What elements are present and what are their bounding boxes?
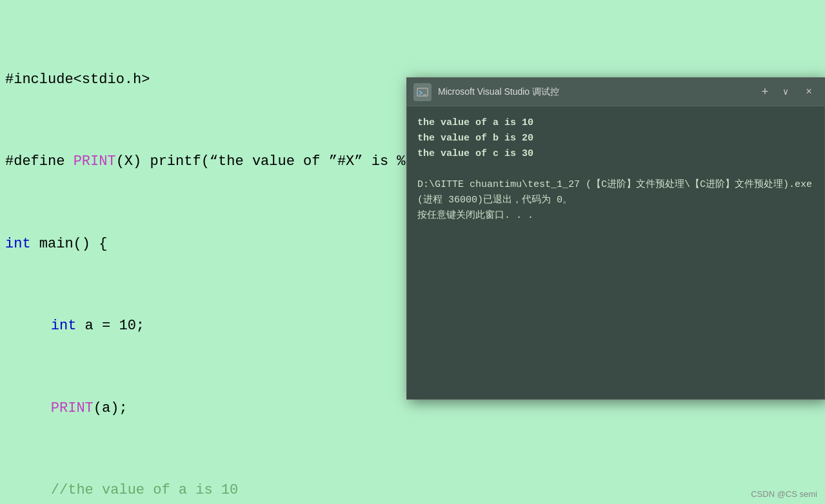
terminal-output-line-6: 按任意键关闭此窗口. . . (417, 208, 814, 224)
code-text: PRINT(a); (17, 398, 128, 419)
code-text: #define (5, 151, 74, 172)
watermark: CSDN @CS semi (751, 489, 817, 499)
terminal-window: Microsoft Visual Studio 调试控 + ∨ × the va… (406, 77, 825, 400)
terminal-app-icon (413, 83, 432, 101)
terminal-title: Microsoft Visual Studio 调试控 (438, 86, 756, 98)
code-text: #include<stdio.h> (5, 70, 150, 90)
terminal-add-button[interactable]: + (756, 83, 774, 101)
terminal-output: the value of a is 10 the value of b is 2… (407, 106, 824, 399)
terminal-chevron-button[interactable]: ∨ (777, 83, 795, 101)
terminal-output-line-5: D:\GITTE chuantimu\test_1_27 (【C进阶】文件预处理… (417, 177, 814, 208)
code-text: main() { (31, 234, 108, 255)
code-line-6: //the value of a is 10 (5, 480, 820, 501)
terminal-output-line-3: the value of c is 30 (417, 146, 814, 162)
code-text: //the value of a is 10 (17, 480, 238, 501)
terminal-output-line-1: the value of a is 10 (417, 115, 814, 131)
terminal-output-line-2: the value of b is 20 (417, 131, 814, 146)
code-text: int (5, 234, 31, 255)
terminal-titlebar: Microsoft Visual Studio 调试控 + ∨ × (407, 78, 824, 106)
code-text: int a = 10; (17, 316, 144, 336)
terminal-close-button[interactable]: × (800, 83, 818, 101)
code-line-5: PRINT(a); (5, 398, 820, 419)
terminal-output-line-4 (417, 162, 814, 177)
code-text: PRINT (74, 151, 116, 172)
